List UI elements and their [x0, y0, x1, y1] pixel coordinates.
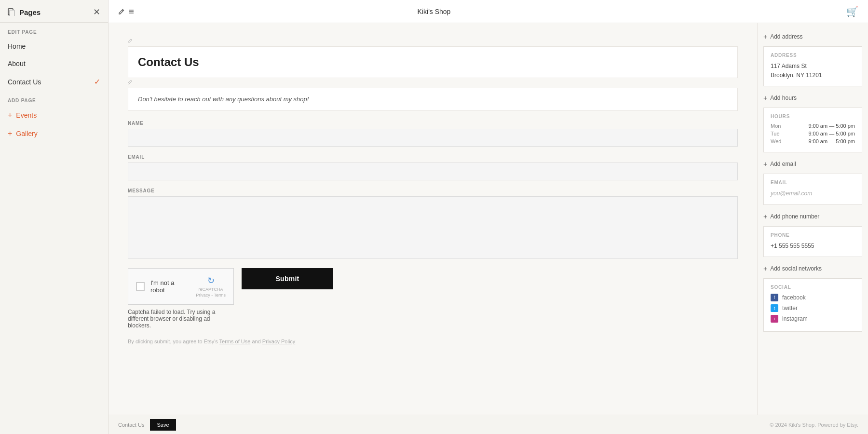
save-button[interactable]: Save	[150, 419, 176, 431]
close-icon[interactable]: ✕	[93, 8, 100, 16]
desc-edit-pencil[interactable]	[128, 79, 738, 86]
footer-text: By clicking submit, you agree to Etsy's	[128, 339, 219, 344]
phone-card: PHONE +1 555 555 5555	[763, 226, 862, 257]
add-page-label: ADD PAGE	[0, 91, 108, 106]
captcha-branding: reCAPTCHA	[199, 287, 223, 292]
captcha-label: I'm not a robot	[150, 279, 190, 294]
sidebar-item-home[interactable]: Home	[0, 38, 108, 55]
page-content: Contact Us Don't hesitate to reach out w…	[108, 23, 757, 415]
hours-time-mon: 9:00 am — 5:00 pm	[808, 123, 855, 129]
edit-toggle[interactable]	[118, 8, 135, 15]
sidebar-header: Pages ✕	[0, 0, 108, 23]
twitter-icon: t	[771, 304, 778, 312]
add-events-item[interactable]: + Events	[0, 106, 108, 124]
email-card-label: EMAIL	[771, 180, 855, 185]
social-row-instagram: i instagram	[771, 315, 855, 323]
email-card: EMAIL you@email.com	[763, 174, 862, 204]
cart-icon[interactable]: 🛒	[846, 6, 858, 17]
email-value: you@email.com	[771, 189, 855, 198]
name-input[interactable]	[128, 129, 738, 147]
captcha-logo: ↻ reCAPTCHA Privacy - Terms	[196, 275, 226, 298]
add-address-label: Add address	[770, 33, 802, 40]
topbar-left	[118, 8, 135, 15]
bottom-page-label: Contact Us	[118, 422, 144, 428]
svg-rect-1	[10, 10, 14, 16]
plus-phone-icon: +	[763, 213, 767, 220]
add-email-label: Add email	[770, 161, 796, 167]
recaptcha-icon: ↻	[207, 275, 215, 286]
plus-social-icon: +	[763, 265, 767, 272]
instagram-icon: i	[771, 315, 778, 323]
email-label: EMAIL	[128, 154, 738, 160]
name-label: NAME	[128, 121, 738, 126]
captcha-box: I'm not a robot ↻ reCAPTCHA Privacy - Te…	[128, 268, 234, 305]
twitter-label: twitter	[782, 305, 798, 312]
submit-button[interactable]: Submit	[242, 268, 333, 289]
sidebar-item-about[interactable]: About	[0, 55, 108, 72]
email-field-group: EMAIL	[128, 154, 738, 180]
hours-row-wed: Wed 9:00 am — 5:00 pm	[771, 138, 855, 144]
add-social-btn[interactable]: + Add social networks	[763, 263, 862, 274]
captcha-error: Captcha failed to load. Try using a diff…	[128, 309, 224, 329]
add-phone-btn[interactable]: + Add phone number	[763, 211, 862, 222]
shop-name: Kiki's Shop	[418, 8, 451, 15]
add-address-btn[interactable]: + Add address	[763, 31, 862, 42]
list-icon	[128, 8, 135, 15]
contact-desc-block: Don't hesitate to reach out with any que…	[128, 88, 738, 111]
message-field-group: MESSAGE	[128, 188, 738, 260]
edit-page-label: EDIT PAGE	[0, 23, 108, 38]
plus-address-icon: +	[763, 33, 767, 41]
content-area: Contact Us Don't hesitate to reach out w…	[108, 23, 868, 415]
hours-row-mon: Mon 9:00 am — 5:00 pm	[771, 123, 855, 129]
instagram-label: instagram	[782, 315, 808, 322]
name-field-group: NAME	[128, 121, 738, 147]
sidebar-home-label: Home	[8, 42, 26, 50]
hours-time-wed: 9:00 am — 5:00 pm	[808, 138, 855, 144]
plus-gallery-icon: +	[8, 129, 12, 138]
add-hours-label: Add hours	[770, 95, 797, 101]
captcha-area: I'm not a robot ↻ reCAPTCHA Privacy - Te…	[128, 268, 738, 329]
hours-card: HOURS Mon 9:00 am — 5:00 pm Tue 9:00 am …	[763, 108, 862, 152]
bottom-bar-left: Contact Us Save	[118, 419, 176, 431]
privacy-link[interactable]: Privacy Policy	[262, 339, 295, 344]
hours-day-wed: Wed	[771, 138, 786, 144]
social-card: SOCIAL f facebook t twitter i instagram	[763, 278, 862, 332]
and-text: and	[250, 339, 262, 344]
address-line1: 117 Adams St	[771, 62, 855, 71]
sidebar: Pages ✕ EDIT PAGE Home About Contact Us …	[0, 0, 108, 434]
main-area: Kiki's Shop 🛒 Contact Us Don't hesitate …	[108, 0, 868, 434]
topbar: Kiki's Shop 🛒	[108, 0, 868, 23]
plus-events-icon: +	[8, 111, 12, 120]
page-title: Contact Us	[138, 55, 728, 69]
address-card: ADDRESS 117 Adams St Brooklyn, NY 11201	[763, 46, 862, 86]
address-line2: Brooklyn, NY 11201	[771, 71, 855, 80]
message-input[interactable]	[128, 196, 738, 259]
add-hours-btn[interactable]: + Add hours	[763, 92, 862, 104]
sidebar-contact-label: Contact Us	[8, 78, 41, 86]
captcha-checkbox[interactable]	[136, 282, 145, 291]
add-phone-label: Add phone number	[770, 213, 819, 220]
right-panel: + Add address ADDRESS 117 Adams St Brook…	[757, 23, 868, 415]
title-edit-pencil[interactable]	[128, 38, 738, 44]
hours-row-tue: Tue 9:00 am — 5:00 pm	[771, 131, 855, 136]
pages-icon	[8, 8, 15, 16]
facebook-icon: f	[771, 294, 778, 301]
phone-card-label: PHONE	[771, 232, 855, 238]
sidebar-about-label: About	[8, 60, 26, 68]
sidebar-item-contact[interactable]: Contact Us ✓	[0, 72, 108, 91]
add-gallery-item[interactable]: + Gallery	[0, 124, 108, 143]
add-gallery-label: Gallery	[16, 130, 37, 137]
social-row-twitter: t twitter	[771, 304, 855, 312]
social-row-facebook: f facebook	[771, 294, 855, 301]
terms-link[interactable]: Terms of Use	[219, 339, 251, 344]
hours-day-mon: Mon	[771, 123, 786, 129]
hours-day-tue: Tue	[771, 131, 786, 136]
email-input[interactable]	[128, 163, 738, 180]
add-social-label: Add social networks	[770, 265, 822, 272]
plus-hours-icon: +	[763, 94, 767, 102]
bottom-bar: Contact Us Save © 2024 Kiki's Shop. Powe…	[108, 415, 868, 434]
add-email-btn[interactable]: + Add email	[763, 158, 862, 170]
contact-title-block: Contact Us	[128, 46, 738, 78]
plus-email-icon: +	[763, 160, 767, 168]
captcha-terms: Privacy - Terms	[196, 293, 226, 298]
